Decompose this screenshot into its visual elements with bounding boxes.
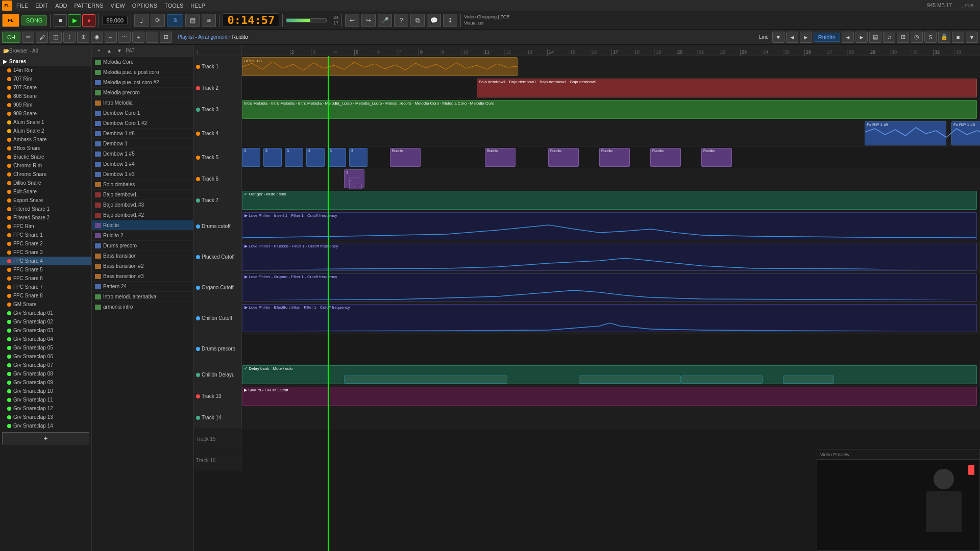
track-16-label[interactable]: Track 16 <box>194 450 242 471</box>
loop-btn[interactable]: ⟳ <box>151 14 165 27</box>
track-4-label[interactable]: Track 4 <box>194 120 242 146</box>
pattern-item-melodia-coro[interactable]: Melodia Coro <box>92 57 193 67</box>
track-15-content[interactable] <box>242 429 980 449</box>
zoom-btn[interactable]: ⊕ <box>77 32 89 43</box>
sidebar-item-gm-snare[interactable]: GM Snare <box>0 300 91 309</box>
record-btn[interactable]: ● <box>82 14 95 27</box>
track-drums-precoro-content[interactable] <box>242 334 980 364</box>
track-organo-content[interactable]: ▶ Love Philter - Organo - Filter 1 - Cut… <box>242 272 980 303</box>
track-5-clip-12[interactable]: Ruidito <box>701 148 732 167</box>
pattern-item-melodia-pue-post-coro[interactable]: Melodia pue..e post coro <box>92 67 193 78</box>
plugin-btn[interactable]: ⧉ <box>410 14 425 27</box>
menu-view[interactable]: VIEW <box>108 2 128 10</box>
track-drums-cutoff-label[interactable]: Drums cutoff <box>194 211 242 241</box>
sidebar-item-808-snare[interactable]: 808 Snare <box>0 92 91 101</box>
pattern-item-armonia-intro[interactable]: armonia intro <box>92 302 193 312</box>
sidebar-item-grv-sc10[interactable]: Grv Snareclap 10 <box>0 387 91 395</box>
sidebar-item-grv-sc03[interactable]: Grv Snareclap 03 <box>0 326 91 335</box>
sidebar-item-fpc-snare7[interactable]: FPC Snare 7 <box>0 283 91 291</box>
sidebar-item-grv-sc06[interactable]: Grv Snareclap 06 <box>0 352 91 361</box>
track-chillon-content[interactable]: ▶ Love Philter - Efectito chillon - Filt… <box>242 303 980 333</box>
sidebar-item-grv-sc14[interactable]: Grv Snareclap 14 <box>0 421 91 430</box>
track-plucked-content[interactable]: ▶ Love Philter - Plucked - Filter 1 - Cu… <box>242 242 980 272</box>
song-mode-btn[interactable]: SONG <box>21 15 47 26</box>
chat-btn[interactable]: 💬 <box>427 14 441 27</box>
track-3-label[interactable]: Track 3 <box>194 99 242 120</box>
track-14-label[interactable]: Track 14 <box>194 407 242 428</box>
track-5-clip-5[interactable]: 3 <box>328 148 346 167</box>
pattern-item-melodia-precoro[interactable]: Melodia precoro <box>92 88 193 98</box>
pattern-list[interactable]: Melodia Coro Melodia pue..e post coro Me… <box>92 57 193 551</box>
pattern-item-bass-transition3[interactable]: Bass transition #3 <box>92 271 193 282</box>
track-7-label[interactable]: Track 7 <box>194 190 242 211</box>
paint-btn[interactable]: 🖌 <box>36 32 48 43</box>
solo-btn[interactable]: S <box>924 32 937 43</box>
collapse-btn[interactable]: ▼ <box>966 32 978 43</box>
sidebar-item-grv-sc11[interactable]: Grv Snareclap 11 <box>0 395 91 404</box>
pattern-item-melodia-pue-ost-coro2[interactable]: Melodia pue..ost coro #2 <box>92 78 193 88</box>
pattern-item-pattern24[interactable]: Pattern 24 <box>92 282 193 292</box>
sidebar-item-bbox-snare[interactable]: BBox Snare <box>0 144 91 153</box>
sidebar-list[interactable]: ▶ Snares 14in Rim 707 Rim 707 Snare 808 … <box>0 57 91 551</box>
pattern-scroll-up-icon[interactable]: ▲ <box>105 47 113 55</box>
sidebar-item-grv-sc02[interactable]: Grv Snareclap 02 <box>0 317 91 326</box>
track-1-clip-1[interactable]: UPDL_08 <box>242 57 518 76</box>
snap-dropdown-btn[interactable]: ▼ <box>772 32 785 43</box>
mode-3i-btn[interactable]: 3i <box>167 14 183 27</box>
pattern-add-icon[interactable]: + <box>95 47 103 55</box>
next-marker-btn[interactable]: ► <box>800 32 812 43</box>
menu-add[interactable]: ADD <box>52 2 70 10</box>
pattern-item-ruidito[interactable]: Ruidito <box>92 220 193 231</box>
sidebar-item-fpc-snare8[interactable]: FPC Snare 8 <box>0 291 91 300</box>
track-5-clip-8[interactable]: Ruidito <box>485 148 516 167</box>
channel-rack-open-btn[interactable]: CH <box>2 32 20 43</box>
track-3-clip-1[interactable]: Intro Melodia · Intro Melodia · Intro Me… <box>242 100 977 119</box>
track-5-clip-3[interactable]: 3 <box>285 148 303 167</box>
sidebar-item-chromo-rim[interactable]: Chromo Rim <box>0 161 91 170</box>
menu-patterns[interactable]: PATTERNS <box>71 2 107 10</box>
mute-btn[interactable]: ◉ <box>91 32 103 43</box>
track-2-clip-1[interactable]: Bajo dembow1 · Bajo dembow1 · Bajo dembo… <box>477 79 977 97</box>
sidebar-item-dilloo-snare[interactable]: Dilloo Snare <box>0 179 91 187</box>
sidebar-item-fpc-snare3[interactable]: FPC Snare 3 <box>0 248 91 257</box>
pattern-item-intro-melodia[interactable]: Intro Melodia <box>92 98 193 108</box>
sidebar-item-grv-sc01[interactable]: Grv Snareclap 01 <box>0 309 91 317</box>
track-chillon-delayu-label[interactable]: Chillón Delayu <box>194 364 242 385</box>
sidebar-item-bracke-snare[interactable]: Bracke Snare <box>0 153 91 161</box>
mute-track-btn[interactable]: ◎ <box>911 32 923 43</box>
sidebar-item-alum-snare2[interactable]: Alum Snare 2 <box>0 127 91 135</box>
select-btn[interactable]: ⊹ <box>63 32 76 43</box>
pattern-item-bajo-dembow1[interactable]: Bajo dembow1 <box>92 190 193 200</box>
track-1-label[interactable]: Track 1 <box>194 56 242 77</box>
track-2-content[interactable]: Bajo dembow1 · Bajo dembow1 · Bajo dembo… <box>242 78 980 98</box>
sidebar-item-14in-rim[interactable]: 14in Rim <box>0 66 91 74</box>
track-5-clip-4[interactable]: 3 <box>306 148 325 167</box>
sidebar-item-fpc-snare2[interactable]: FPC Snare 2 <box>0 239 91 248</box>
zoom-out-btn[interactable]: - <box>146 32 158 43</box>
track-plucked-cutoff-label[interactable]: Plucked Cutoff <box>194 242 242 272</box>
add-item-btn[interactable]: + <box>2 432 89 444</box>
mixer-icon-btn[interactable]: ▤ <box>869 32 881 43</box>
organo-cutoff-automation[interactable]: ▶ Love Philter - Organo - Filter 1 - Cut… <box>242 273 977 302</box>
track-5-clip-1[interactable]: 3 <box>242 148 260 167</box>
sidebar-item-grv-sc13[interactable]: Grv Snareclap 13 <box>0 413 91 421</box>
sidebar-item-909-rim[interactable]: 909 Rim <box>0 101 91 109</box>
track-chillon-cutoff-label[interactable]: Chillón Cutoff <box>194 303 242 333</box>
sidebar-item-grv-sc05[interactable]: Grv Snareclap 05 <box>0 343 91 352</box>
sidebar-item-grv-sc09[interactable]: Grv Snareclap 09 <box>0 378 91 387</box>
track-5-label[interactable]: Track 5 <box>194 147 242 168</box>
export-btn[interactable]: ↧ <box>443 14 457 27</box>
track-drums-precoro-label[interactable]: Drums precoro <box>194 334 242 364</box>
pattern-item-bass-transition2[interactable]: Bass transition #2 <box>92 261 193 271</box>
sidebar-item-fpc-rim[interactable]: FPC Rim <box>0 222 91 231</box>
pattern-item-solo-cimbales[interactable]: Solo cimbales <box>92 180 193 190</box>
prev-marker-btn[interactable]: ◄ <box>786 32 798 43</box>
metronome-btn[interactable]: ♩ <box>134 14 149 27</box>
sidebar-item-fpc-snare5[interactable]: FPC Snare 5 <box>0 265 91 274</box>
track-4-clip-1[interactable]: Fx RIP 1 #5 <box>865 121 946 145</box>
track-chillon-delayu-content[interactable]: ✓ Delay bank - Mute / solo <box>242 364 980 385</box>
help-icon-btn[interactable]: ? <box>394 14 408 27</box>
sidebar-item-fpc-snare1[interactable]: FPC Snare 1 <box>0 231 91 239</box>
sidebar-folder-snares[interactable]: ▶ Snares <box>0 57 91 66</box>
track-4-clip-2[interactable]: Fx RIP 1 #3 <box>951 121 980 145</box>
